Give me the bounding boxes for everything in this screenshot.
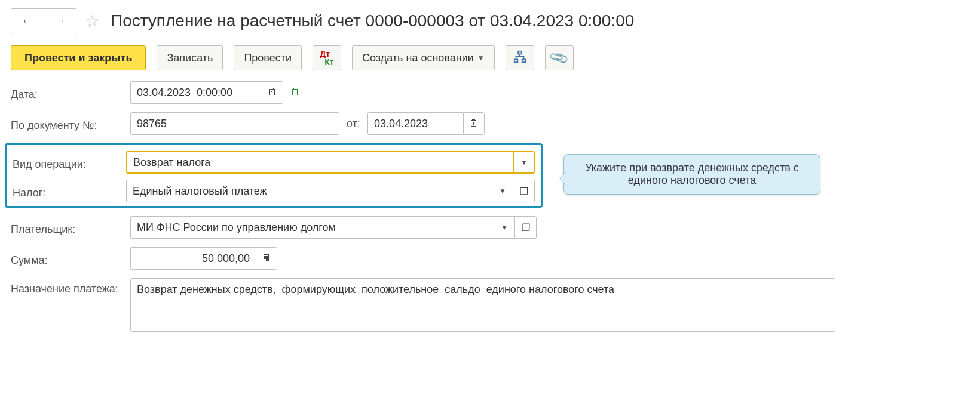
- label-doc-number: По документу №:: [11, 116, 130, 132]
- arrow-left-icon: ←: [21, 13, 34, 29]
- arrow-right-icon: →: [54, 13, 67, 29]
- nav-buttons: ← →: [11, 8, 76, 33]
- operation-type-input[interactable]: [126, 151, 513, 174]
- row-tax: Налог: ▼ ❐: [7, 180, 535, 202]
- save-button[interactable]: Записать: [157, 45, 223, 70]
- tax-input[interactable]: [126, 180, 492, 202]
- amount-group: 🖩: [130, 247, 277, 270]
- structure-button[interactable]: [506, 45, 534, 70]
- hint-callout: Укажите при возврате денежных средств с …: [564, 154, 820, 195]
- chevron-down-icon: ▼: [501, 223, 508, 232]
- highlight-box: Вид операции: ▼ Налог: ▼ ❐: [5, 143, 543, 208]
- label-from: от:: [347, 118, 360, 130]
- label-amount: Сумма:: [11, 251, 130, 267]
- post-and-close-button[interactable]: Провести и закрыть: [11, 45, 146, 70]
- row-payer: Плательщик: ▼ ❐: [11, 216, 969, 239]
- row-date: Дата: 🗓 🗒: [11, 81, 969, 104]
- debit-credit-button[interactable]: ДтКт: [313, 45, 341, 70]
- doc-date-picker-button[interactable]: 🗓: [463, 112, 485, 135]
- label-operation-type: Вид операции:: [13, 155, 126, 171]
- date-input[interactable]: [130, 81, 262, 104]
- operation-type-dropdown-button[interactable]: ▼: [513, 151, 535, 174]
- label-date: Дата:: [11, 85, 130, 101]
- page-title: Поступление на расчетный счет 0000-00000…: [111, 11, 634, 30]
- chevron-down-icon: ▼: [477, 54, 485, 62]
- create-based-on-button[interactable]: Создать на основании ▼: [352, 45, 495, 70]
- highlight-wrapper: Вид операции: ▼ Налог: ▼ ❐ Укажите при: [11, 143, 969, 208]
- doc-date-input[interactable]: [368, 112, 463, 135]
- forward-button[interactable]: →: [44, 9, 76, 33]
- hint-text: Укажите при возврате денежных средств с …: [585, 162, 799, 186]
- label-payer: Плательщик:: [11, 220, 130, 236]
- svg-rect-0: [518, 51, 522, 54]
- label-tax: Налог:: [13, 183, 126, 199]
- row-operation-type: Вид операции: ▼: [7, 151, 535, 174]
- payer-group: ▼ ❐: [130, 216, 537, 239]
- paperclip-icon: 📎: [548, 47, 569, 69]
- open-icon: ❐: [520, 186, 528, 197]
- operation-type-group: ▼: [126, 151, 535, 174]
- payer-input[interactable]: [130, 216, 494, 239]
- svg-rect-1: [514, 59, 518, 62]
- row-amount: Сумма: 🖩: [11, 247, 969, 270]
- back-button[interactable]: ←: [11, 9, 44, 33]
- attach-button[interactable]: 📎: [545, 45, 574, 70]
- doc-date-group: 🗓: [368, 112, 485, 135]
- doc-number-input[interactable]: [130, 112, 339, 135]
- label-purpose: Назначение платежа:: [11, 278, 130, 296]
- chevron-down-icon: ▼: [499, 187, 506, 195]
- date-picker-button[interactable]: 🗓: [262, 81, 283, 104]
- structure-icon: [513, 50, 526, 66]
- debit-credit-icon: ДтКт: [320, 50, 333, 66]
- tax-open-button[interactable]: ❐: [513, 180, 535, 202]
- tax-group: ▼ ❐: [126, 180, 535, 202]
- amount-input[interactable]: [130, 247, 256, 270]
- svg-rect-2: [522, 59, 525, 62]
- date-input-group: 🗓: [130, 81, 283, 104]
- row-doc-number: По документу №: от: 🗓: [11, 112, 969, 135]
- chevron-down-icon: ▼: [520, 158, 528, 167]
- header-bar: ← → ☆ Поступление на расчетный счет 0000…: [11, 8, 969, 33]
- calendar-icon: 🗓: [268, 87, 277, 98]
- favorite-star-icon[interactable]: ☆: [85, 11, 100, 31]
- open-icon: ❐: [522, 222, 530, 233]
- note-check-icon[interactable]: 🗒: [290, 87, 300, 98]
- payer-open-button[interactable]: ❐: [515, 216, 537, 239]
- payer-dropdown-button[interactable]: ▼: [494, 216, 515, 239]
- toolbar: Провести и закрыть Записать Провести ДтК…: [11, 45, 969, 70]
- row-purpose: Назначение платежа:: [11, 278, 969, 332]
- create-based-on-label: Создать на основании: [362, 52, 474, 64]
- post-button[interactable]: Провести: [234, 45, 302, 70]
- purpose-textarea[interactable]: [130, 278, 835, 332]
- calendar-icon: 🗓: [469, 118, 479, 129]
- tax-dropdown-button[interactable]: ▼: [492, 180, 513, 202]
- amount-calc-button[interactable]: 🖩: [256, 247, 277, 270]
- calculator-icon: 🖩: [262, 253, 271, 264]
